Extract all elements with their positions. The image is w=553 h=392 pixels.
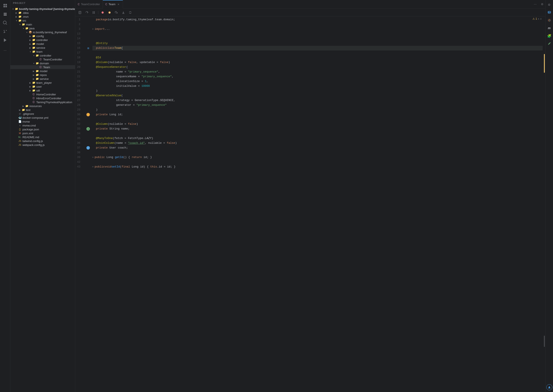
warning-badge[interactable]: ⚠ 1 ∧ ∨ [532, 17, 542, 20]
tab-team[interactable]: C Team × [103, 0, 123, 9]
activity-git[interactable] [1, 28, 9, 35]
tree-item-service[interactable]: ▶ 📁 service [10, 46, 75, 50]
code-line-23[interactable]: allocationSize = 1, [92, 79, 543, 84]
tree-arrow-io[interactable]: ▾ [25, 30, 28, 34]
code-area[interactable]: package io.bootify.taming_thymeleaf.team… [91, 16, 543, 392]
tree-arrow-mvn[interactable]: ▶ [15, 15, 18, 18]
code-line-18[interactable]: @Id [92, 55, 543, 60]
right-icon-person[interactable] [546, 384, 552, 390]
fold-arrow-39[interactable]: ▶ [92, 155, 94, 160]
code-line-42[interactable] [92, 160, 543, 164]
tree-arrow-java[interactable]: ▾ [21, 27, 25, 30]
tree-item-domain[interactable]: ▾ 📁 domain [10, 61, 75, 65]
tree-item-mvn[interactable]: ▶ 📁 .mvn [10, 15, 75, 19]
tree-item-gitignore[interactable]: ▶ ⊘ .gitignore [10, 112, 75, 116]
right-icon-paint[interactable] [546, 17, 552, 23]
tree-arrow-model[interactable]: ▶ [28, 42, 32, 46]
code-line-26[interactable]: @GeneratedValue( [92, 93, 543, 98]
code-line-2[interactable] [92, 22, 543, 27]
toolbar-doc-btn[interactable] [77, 10, 83, 15]
tree-arrow-user[interactable]: ▶ [28, 85, 32, 88]
tree-item-team-player[interactable]: ▶ 📁 team_player [10, 81, 75, 85]
right-icon-db[interactable] [546, 9, 552, 15]
tree-item-model[interactable]: ▶ 📁 model [10, 42, 75, 46]
tree-item-src[interactable]: ▾ 📁 src [10, 19, 75, 22]
tree-item-readme[interactable]: ▶ M↓ README.md [10, 135, 75, 139]
tree-item-model2[interactable]: ▶ 📁 model [10, 69, 75, 73]
code-line-14[interactable] [92, 36, 543, 41]
tree-arrow-idea[interactable]: ▶ [15, 11, 18, 14]
tree-item-htmx-controller[interactable]: ▶ © HtmxErrorController [10, 96, 75, 100]
tree-item-webpack[interactable]: ▶ JS webpack.config.js [10, 143, 75, 147]
tree-item-team-file[interactable]: ▶ © Team [10, 65, 75, 69]
code-line-38[interactable] [92, 150, 543, 155]
tree-item-mvnw-cmd[interactable]: ▶ ≡ mvnw.cmd [10, 124, 75, 127]
tree-item-java[interactable]: ▾ 📁 java [10, 26, 75, 30]
tree-arrow-domain[interactable]: ▾ [32, 62, 35, 65]
code-line-37[interactable]: private User coach; [92, 146, 543, 150]
code-line-29[interactable]: ) [92, 107, 543, 112]
tree-item-repos[interactable]: ▶ 📁 repos [10, 73, 75, 77]
activity-explorer[interactable] [1, 10, 9, 18]
code-line-17[interactable] [92, 50, 543, 55]
activity-project[interactable] [1, 2, 9, 9]
tree-arrow-repos[interactable]: ▶ [32, 73, 35, 77]
tree-item-user[interactable]: ▶ 📁 user [10, 85, 75, 89]
code-line-35[interactable]: @ManyToOne(fetch = FetchType.LAZY) [92, 136, 543, 141]
tree-item-config[interactable]: ▶ 📁 config [10, 34, 75, 38]
tree-arrow-service[interactable]: ▶ [28, 46, 32, 49]
code-line-22[interactable]: sequenceName = "primary_sequence", [92, 74, 543, 79]
tree-item-io[interactable]: ▾ 📦 io.bootify.taming_thymeleaf [10, 30, 75, 34]
code-line-20[interactable]: @SequenceGenerator( [92, 65, 543, 70]
gutter-16[interactable]: ⊞ [85, 46, 91, 50]
right-icon-puzzle[interactable]: 🧩 [546, 33, 552, 39]
right-icon-gear[interactable]: ⚙ [546, 2, 552, 8]
toolbar-sync-btn[interactable] [84, 10, 90, 15]
tree-item-resources[interactable]: ▶ 📁 resources [10, 104, 75, 108]
code-line-39[interactable]: ▶ public Long getId() { return id; } [92, 155, 543, 160]
gutter-33[interactable]: a [85, 126, 91, 131]
code-line-28[interactable]: generator = "primary_sequence" [92, 103, 543, 107]
toolbar-circle-red-btn[interactable]: ! [99, 10, 106, 15]
code-line-33[interactable]: private String name; [92, 126, 543, 131]
tree-item-package-json[interactable]: ▶ {} package.json [10, 127, 75, 131]
toolbar-tree-btn[interactable] [91, 10, 97, 15]
tree-arrow-team-controller-folder[interactable]: ▾ [32, 54, 35, 57]
code-line-27[interactable]: strategy = GenerationType.SEQUENCE, [92, 98, 543, 103]
tab-team-controller[interactable]: C TeamController [75, 0, 103, 9]
tree-item-team-controller-file[interactable]: ▶ © TeamController [10, 57, 75, 61]
tab-more-button[interactable]: ⋯ [532, 3, 538, 6]
gutter-30[interactable]: ⚡ [85, 112, 91, 117]
tree-arrow-service2[interactable]: ▶ [32, 77, 35, 81]
tree-arrow-model2[interactable]: ▶ [32, 69, 35, 73]
tree-item-team-controller-folder[interactable]: ▾ 📁 controller [10, 54, 75, 57]
activity-run[interactable] [1, 36, 9, 44]
tab-close-team[interactable]: × [117, 3, 120, 6]
right-icon-spring[interactable] [546, 41, 552, 47]
tree-item-docker[interactable]: ▶ 🐳 docker-compose.yml [10, 116, 75, 119]
tree-item-pom[interactable]: ▶ M pom.xml [10, 131, 75, 135]
code-line-24[interactable]: initialValue = 10000 [92, 84, 543, 89]
code-line-19[interactable]: @Column(nullable = false, updatable = fa… [92, 60, 543, 65]
tree-item-test[interactable]: ▶ 📁 test [10, 108, 75, 112]
tree-arrow-root[interactable]: ▾ [11, 7, 15, 11]
tree-item-controller[interactable]: ▶ 📁 controller [10, 38, 75, 42]
code-line-34[interactable] [92, 131, 543, 136]
tree-item-home-controller[interactable]: ▶ © HomeController [10, 92, 75, 96]
right-icon-m[interactable]: m [546, 25, 552, 31]
code-line-13[interactable] [92, 32, 543, 36]
tree-item-mvnw[interactable]: ▶ 📄 mvnw [10, 119, 75, 124]
tree-item-util[interactable]: ▶ 📁 util [10, 89, 75, 92]
code-line-1[interactable]: package io.bootify.taming_thymeleaf.team… [92, 17, 543, 22]
code-line-21[interactable]: name = "primary_sequence", [92, 70, 543, 74]
toolbar-download-btn[interactable] [120, 10, 126, 15]
tree-item-team[interactable]: ▾ 📁 team [10, 50, 75, 54]
activity-search[interactable] [1, 19, 9, 27]
gutter-37[interactable]: 🔗 [85, 146, 91, 150]
code-line-30[interactable]: private Long id; [92, 112, 543, 117]
code-line-16[interactable]: public class Team { [92, 46, 543, 50]
tree-arrow-team[interactable]: ▾ [28, 50, 32, 53]
tree-item-root[interactable]: ▾ 📁 bootify-taming-thymeleaf [taming-thy… [10, 7, 75, 11]
code-line-43[interactable]: ▶ public void setId(final Long id) { thi… [92, 164, 543, 169]
tree-arrow-config[interactable]: ▶ [28, 34, 32, 38]
